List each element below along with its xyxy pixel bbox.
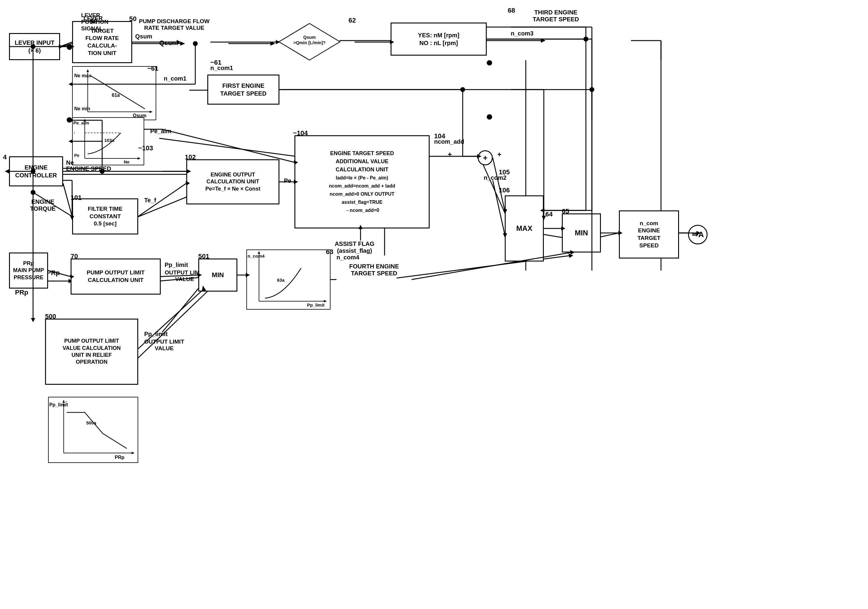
ref-50-label: 50 [90,17,97,25]
arrow-a-circle: ⇒A [688,225,708,244]
n-com4-graph: n_com4 Pp_limit 63a [246,250,330,310]
svg-marker-75 [62,400,65,403]
prp-main-pump-box: PRpMAIN PUMPPRESSURE [9,253,48,289]
ref-68: 68 [508,6,515,14]
n-com4-output-label: n_com4 [336,254,360,261]
pe-aim-graph: Pe_aim ↑ Pe Ne 103a [72,117,144,165]
ref-101: 101 [71,194,82,202]
ref-102: 102 [185,153,196,161]
pp-limit-relief-label: Pp_limit [144,331,167,337]
ref-103: ~103 [138,144,153,152]
pump-output-limit-box: PUMP OUTPUT LIMITCALCULATION UNIT [71,258,161,295]
output-limit-value-2-label: OUTPUT LIMITVALUE [144,339,184,352]
svg-text:↑: ↑ [73,130,75,135]
pump-output-relief-box: PUMP OUTPUT LIMITVALUE CALCULATIONUNIT I… [45,318,138,385]
svg-text:>Qmin [L/min]?: >Qmin [L/min]? [293,40,326,45]
filter-time-box: FILTER TIMECONSTANT0.5 [sec] [72,198,138,235]
svg-text:n_com4: n_com4 [248,253,265,258]
plus-label-2: + [448,150,452,159]
pe-label: Pe [284,177,291,184]
pp-limit-output-label: Pp_limit [165,261,188,269]
svg-text:61a: 61a [112,93,120,98]
svg-marker-2 [180,42,185,46]
svg-line-18 [544,235,562,238]
max-box: MAX [505,196,544,261]
svg-text:↑: ↑ [65,399,67,404]
engine-target-additional-box: ENGINE TARGET SPEED ADDITIONAL VALUE CAL… [294,135,429,228]
plus-label: + [497,150,501,159]
label-qsum-value: Qsum [159,39,178,47]
svg-line-28 [397,255,571,278]
svg-marker-46 [87,69,89,72]
svg-marker-47 [150,110,153,113]
n-com1-label: n_com1 [164,75,187,82]
junction-4 [487,60,492,65]
ref-64: 64 [545,210,553,218]
svg-text:Ne min: Ne min [74,106,90,111]
te-f-label: Te_f [144,197,156,204]
prp-label-2: PRp [15,289,28,297]
adder-circle: + [478,150,493,165]
ref-50: 50 [129,15,136,23]
ref-62: 62 [349,17,356,24]
engine-torque-label: ENGINETORQUE [30,198,56,212]
relief-graph: Pp_limit ↑ PRp 500a [48,397,138,463]
svg-marker-29 [569,253,573,258]
junction-3 [487,114,492,120]
pump-discharge-label: PUMP DISCHARGE FLOWRATE TARGET VALUE [138,18,210,31]
engine-speed-label: ENGINE SPEED [66,165,111,172]
qsum-label: Qsum [135,33,152,40]
assist-flag-label: ASSIST FLAG(assist_flag) [321,241,388,254]
pe-aim-label: Pe_aim [150,128,171,135]
svg-text:Pe_aim: Pe_aim [73,120,89,125]
ref-104-area: ~104 [293,129,308,137]
third-engine-label: THIRD ENGINETARGET SPEED [511,9,601,23]
diagram: LEVER INPUT(× 6) LEVERPOSITIONSIGNAL TAR… [0,0,868,609]
svg-text:PRp: PRp [115,455,124,460]
svg-marker-61 [138,157,141,160]
svg-marker-68 [324,300,327,302]
svg-marker-76 [132,452,135,454]
fourth-engine-label: FOURTH ENGINETARGET SPEED [336,263,412,277]
n-com-engine-box: n_comENGINETARGETSPEED [619,210,679,258]
ref-501: 501 [198,253,209,260]
engine-output-calc-box: ENGINE OUTPUTCALCULATION UNITPe=Te_f × N… [186,159,279,204]
ref-4: 4 [3,153,6,161]
min-501-box: MIN [198,258,237,292]
junction-1 [67,45,72,50]
ref-61: ~61 [147,65,158,73]
n-com3-label: n_com3 [511,30,533,37]
svg-line-19 [598,233,619,238]
first-engine-speed-box: FIRST ENGINETARGET SPEED [207,75,279,105]
ref-61-graph: ~61 [210,59,222,67]
lever-input-box: LEVER INPUT(× 6) [9,33,60,60]
svg-marker-67 [258,251,260,254]
ref-104: 104 [434,132,445,140]
min-65-box: MIN [562,213,601,253]
ref-106: 106 [499,186,510,194]
junction-2 [67,117,72,123]
svg-text:103a: 103a [104,138,115,143]
svg-text:Ne: Ne [124,159,130,165]
ref-65: 65 [562,207,569,215]
yes-no-box: YES: nM [rpm]NO : nL [rpm] [391,23,487,56]
svg-marker-6 [541,39,546,43]
svg-text:Pe: Pe [74,153,79,158]
prp-label-1: PRp [46,269,60,277]
qmin-diamond: Qsum >Qmin [L/min]? [276,22,343,61]
ref-70: 70 [71,253,78,260]
svg-marker-4 [270,42,275,46]
svg-line-42 [91,76,145,109]
ne-qsum-graph: Ne max Ne min Qsum 61a [72,66,156,120]
svg-text:500a: 500a [86,420,96,425]
n-com2-label: n_com2 [484,174,507,181]
svg-text:Ne max: Ne max [74,73,91,78]
svg-text:Pp_limit: Pp_limit [307,302,324,308]
svg-text:63a: 63a [277,277,285,283]
lever-pos-signal: LEVERPOSITIONSIGNAL [81,12,129,32]
svg-text:Qsum: Qsum [303,35,315,40]
ref-500: 500 [45,312,56,320]
engine-controller-box: ENGINECONTROLLER [9,156,63,186]
